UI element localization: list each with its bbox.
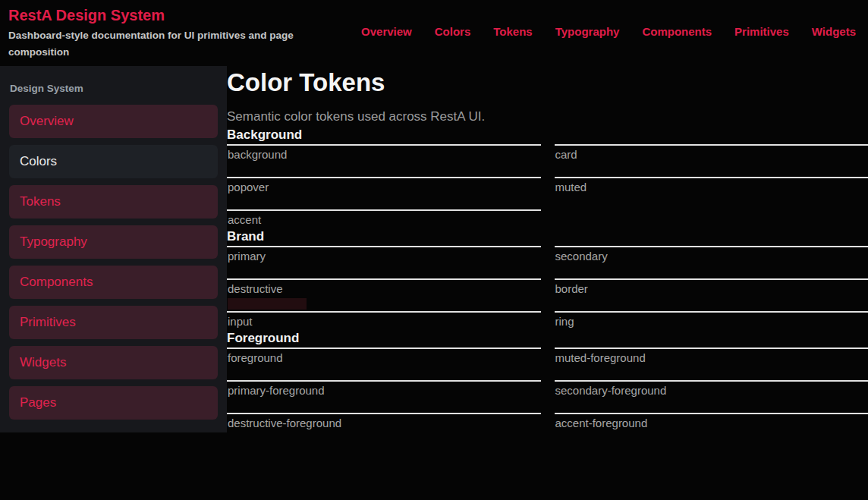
token-item-destructive: destructive — [227, 278, 541, 296]
token-item-foreground: foreground — [227, 347, 541, 365]
token-grid-brand: primarysecondarydestructiveborderinputri… — [227, 246, 868, 329]
token-item-primary: primary — [227, 246, 541, 263]
token-label: input — [228, 315, 539, 329]
token-swatch — [555, 197, 634, 208]
sidebar-item-tokens[interactable]: Tokens — [9, 185, 218, 219]
token-grid-background: backgroundcardpopovermutedaccent — [227, 144, 868, 227]
sidebar-item-colors[interactable]: Colors — [9, 145, 218, 178]
app-subtitle: Dashboard-style documentation for UI pri… — [8, 27, 313, 61]
token-label: border — [555, 282, 867, 296]
sidebar-item-components[interactable]: Components — [9, 266, 218, 299]
sidebar-item-pages[interactable]: Pages — [9, 386, 218, 420]
token-swatch — [555, 400, 634, 411]
token-label: secondary-foreground — [555, 384, 867, 398]
token-label: ring — [555, 315, 867, 329]
header-nav: OverviewColorsTokensTypographyComponents… — [361, 25, 856, 39]
token-label: primary-foreground — [228, 384, 539, 398]
brand-block: RestA Design System Dashboard-style docu… — [8, 6, 313, 61]
token-swatch — [228, 197, 307, 208]
token-label: muted — [555, 181, 867, 194]
token-item-muted-foreground: muted-foreground — [555, 347, 868, 365]
token-label: accent-foreground — [555, 417, 867, 430]
token-label: muted-foreground — [555, 351, 867, 365]
token-swatch — [555, 432, 634, 444]
token-label: accent — [228, 213, 539, 227]
nav-link-primitives[interactable]: Primitives — [734, 25, 789, 39]
token-item-background: background — [227, 144, 541, 162]
token-label: destructive — [228, 282, 539, 296]
token-item-card: card — [555, 144, 868, 162]
app-title: RestA Design System — [8, 6, 313, 24]
token-swatch — [228, 266, 307, 277]
content-layout: Design System OverviewColorsTokensTypogr… — [0, 66, 868, 432]
token-label: destructive-foreground — [228, 417, 539, 430]
section-heading-background: Background — [227, 127, 868, 142]
token-swatch — [228, 432, 307, 444]
token-swatch — [555, 367, 634, 379]
token-item-accent-foreground: accent-foreground — [555, 413, 868, 430]
token-swatch — [228, 164, 307, 175]
nav-link-typography[interactable]: Typography — [555, 25, 620, 39]
token-sections: Backgroundbackgroundcardpopovermutedacce… — [227, 127, 868, 430]
sidebar: Design System OverviewColorsTokensTypogr… — [0, 66, 227, 432]
token-swatch — [228, 298, 307, 310]
token-label: secondary — [555, 250, 867, 263]
token-item-accent: accent — [227, 209, 541, 227]
token-swatch — [555, 298, 634, 310]
sidebar-item-overview[interactable]: Overview — [9, 105, 218, 138]
section-heading-brand: Brand — [227, 229, 868, 244]
token-item-input: input — [227, 311, 541, 329]
token-item-muted: muted — [555, 177, 868, 194]
token-label: popover — [228, 181, 539, 194]
sidebar-item-primitives[interactable]: Primitives — [9, 306, 218, 339]
token-item-destructive-foreground: destructive-foreground — [227, 413, 541, 430]
sidebar-heading: Design System — [10, 83, 218, 95]
token-grid-foreground: foregroundmuted-foregroundprimary-foregr… — [227, 347, 868, 430]
token-item-ring: ring — [555, 311, 868, 329]
sidebar-nav: OverviewColorsTokensTypographyComponents… — [9, 105, 218, 420]
page-subtitle: Semantic color tokens used across RestA … — [227, 108, 868, 125]
nav-link-components[interactable]: Components — [642, 25, 712, 39]
header: RestA Design System Dashboard-style docu… — [0, 0, 868, 66]
token-item-secondary: secondary — [555, 246, 868, 263]
token-item-border: border — [555, 278, 868, 296]
token-swatch — [555, 164, 634, 175]
sidebar-item-widgets[interactable]: Widgets — [9, 346, 218, 379]
token-label: background — [228, 148, 539, 162]
main-content: Color Tokens Semantic color tokens used … — [227, 66, 868, 430]
token-label: primary — [228, 250, 539, 263]
nav-link-tokens[interactable]: Tokens — [493, 25, 532, 39]
token-item-popover: popover — [227, 177, 541, 194]
token-label: card — [555, 148, 867, 162]
section-heading-foreground: Foreground — [227, 331, 868, 345]
sidebar-item-typography[interactable]: Typography — [9, 225, 218, 259]
token-item-primary-foreground: primary-foreground — [227, 380, 541, 398]
token-swatch — [228, 367, 307, 379]
page-title: Color Tokens — [227, 68, 868, 98]
nav-link-widgets[interactable]: Widgets — [812, 25, 856, 39]
token-item-secondary-foreground: secondary-foreground — [555, 380, 868, 398]
token-swatch — [555, 266, 634, 277]
nav-link-colors[interactable]: Colors — [435, 25, 471, 39]
app-window: RestA Design System Dashboard-style docu… — [0, 0, 868, 500]
nav-link-overview[interactable]: Overview — [361, 25, 412, 39]
token-swatch — [228, 400, 307, 411]
token-label: foreground — [228, 351, 539, 365]
